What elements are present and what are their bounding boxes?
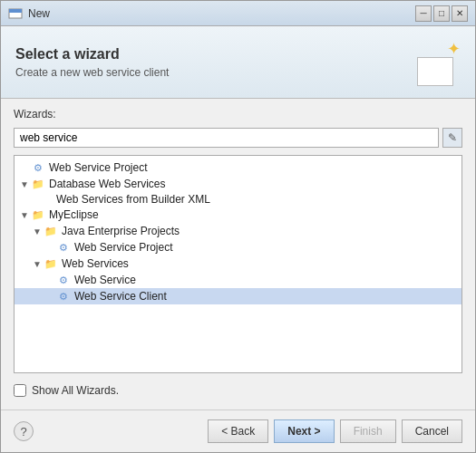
tree-item-web-service[interactable]: ⚙ Web Service [15, 272, 461, 288]
next-button[interactable]: Next > [274, 419, 334, 443]
finish-button[interactable]: Finish [340, 419, 396, 443]
search-row: ✎ [14, 128, 462, 148]
gear-icon-1: ⚙ [31, 160, 45, 175]
tree-item-myeclipse[interactable]: 📁 MyEclipse [15, 207, 461, 223]
close-button[interactable]: ✕ [452, 5, 468, 22]
label-web-service: Web Service [74, 274, 136, 286]
tree-item-web-services[interactable]: 📁 Web Services [15, 255, 461, 272]
window-icon [8, 6, 23, 21]
sparkle-icon: ✦ [447, 39, 461, 59]
label-myeclipse: MyEclipse [49, 208, 99, 221]
search-input[interactable] [14, 128, 439, 148]
show-all-checkbox[interactable] [14, 384, 26, 397]
title-bar-left: New [8, 6, 50, 21]
tree-item-web-service-project-2[interactable]: ⚙ Web Service Project [15, 239, 461, 255]
title-bar: New ─ □ ✕ [1, 1, 475, 26]
arrow-database-web-services[interactable] [18, 179, 31, 189]
gear-icon-4: ⚙ [56, 289, 71, 304]
gear-icon-3: ⚙ [56, 273, 71, 287]
arrow-web-services[interactable] [31, 259, 44, 269]
maximize-button[interactable]: □ [433, 5, 450, 22]
footer: ? < Back Next > Finish Cancel [1, 410, 475, 452]
folder-icon-1: 📁 [31, 177, 45, 191]
folder-icon-web-services: 📁 [44, 256, 58, 271]
header-subtitle: Create a new web service client [15, 66, 169, 79]
arrow-java-enterprise[interactable] [31, 226, 44, 236]
gear-icon-2: ⚙ [56, 240, 71, 255]
wizard-icon-box [417, 57, 453, 86]
minimize-button[interactable]: ─ [415, 5, 432, 22]
header-text: Select a wizard Create a new web service… [15, 46, 169, 79]
svg-rect-1 [9, 9, 22, 13]
arrow-myeclipse[interactable] [18, 210, 31, 220]
dialog-window: New ─ □ ✕ Select a wizard Create a new w… [0, 0, 476, 453]
wizard-tree: ⚙ Web Service Project 📁 Database Web Ser… [14, 155, 462, 373]
show-all-label: Show All Wizards. [32, 384, 119, 397]
footer-left: ? [14, 421, 34, 441]
header-title: Select a wizard [15, 46, 169, 63]
label-web-services: Web Services [62, 257, 129, 270]
tree-item-web-service-client[interactable]: ⚙ Web Service Client [15, 288, 461, 304]
tree-item-java-enterprise[interactable]: 📁 Java Enterprise Projects [15, 223, 461, 239]
label-database-web-services: Database Web Services [49, 178, 166, 190]
show-all-row: Show All Wizards. [14, 381, 462, 400]
help-button[interactable]: ? [14, 421, 34, 441]
back-button[interactable]: < Back [208, 419, 268, 443]
folder-icon-java-enterprise: 📁 [44, 224, 58, 238]
footer-right: < Back Next > Finish Cancel [208, 419, 462, 443]
label-java-enterprise: Java Enterprise Projects [62, 225, 180, 237]
tree-item-web-service-project[interactable]: ⚙ Web Service Project [15, 159, 461, 176]
title-controls: ─ □ ✕ [415, 5, 468, 22]
folder-icon-myeclipse: 📁 [31, 207, 45, 222]
content-area: Wizards: ✎ ⚙ Web Service Project 📁 Datab… [1, 99, 475, 410]
cancel-button[interactable]: Cancel [402, 419, 462, 443]
label-web-service-client: Web Service Client [74, 290, 167, 303]
search-edit-button[interactable]: ✎ [442, 128, 462, 148]
label-ws-from-builder: Web Services from Builder XML [56, 193, 210, 206]
wizards-label: Wizards: [14, 108, 462, 120]
tree-item-database-web-services[interactable]: 📁 Database Web Services [15, 176, 461, 192]
tree-item-ws-from-builder[interactable]: Web Services from Builder XML [15, 192, 461, 207]
title-text: New [28, 7, 50, 20]
header-section: Select a wizard Create a new web service… [1, 26, 475, 99]
label-web-service-project-2: Web Service Project [74, 241, 173, 254]
label-web-service-project: Web Service Project [49, 161, 148, 174]
header-icon: ✦ [413, 39, 461, 86]
